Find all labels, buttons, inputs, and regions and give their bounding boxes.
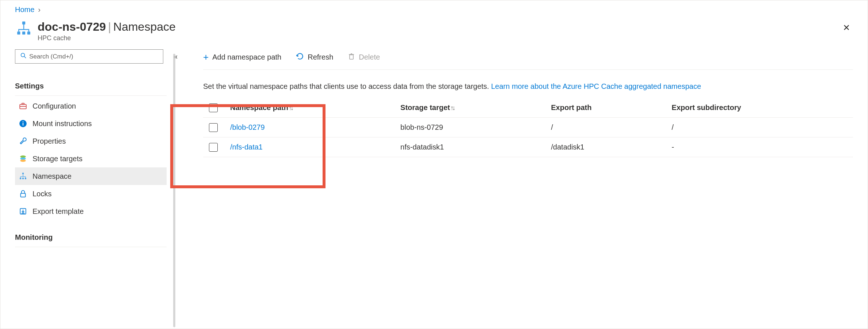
- add-namespace-path-button[interactable]: + Add namespace path: [203, 52, 281, 63]
- cell-export-subdir: -: [666, 137, 853, 157]
- lock-icon: [19, 189, 27, 198]
- namespace-resource-icon: [15, 20, 33, 37]
- row-checkbox[interactable]: [209, 123, 218, 132]
- refresh-icon: [296, 52, 304, 62]
- svg-rect-2: [22, 31, 25, 34]
- search-input[interactable]: Search (Cmd+/): [15, 49, 163, 64]
- sidebar-item-namespace[interactable]: Namespace: [15, 167, 167, 185]
- trash-icon: [348, 52, 355, 62]
- delete-button: Delete: [348, 52, 380, 62]
- refresh-button[interactable]: Refresh: [296, 52, 333, 62]
- sidebar-scrollbar[interactable]: [173, 54, 175, 327]
- svg-rect-18: [25, 178, 26, 179]
- cell-storage-target: nfs-datadisk1: [395, 137, 545, 157]
- svg-rect-1: [17, 31, 20, 34]
- col-namespace-path[interactable]: Namespace path: [224, 98, 395, 117]
- col-export-subdir[interactable]: Export subdirectory: [666, 98, 853, 117]
- export-icon: [19, 207, 27, 216]
- svg-point-14: [20, 160, 26, 162]
- info-icon: [19, 119, 27, 128]
- storage-disks-icon: [19, 154, 27, 163]
- svg-line-5: [24, 57, 26, 58]
- chevron-right-icon: ›: [38, 5, 41, 14]
- sidebar-item-locks[interactable]: Locks: [15, 185, 167, 203]
- sidebar-item-export-template[interactable]: Export template: [15, 203, 167, 220]
- briefcase-icon: [19, 102, 27, 110]
- svg-point-4: [21, 53, 25, 57]
- svg-rect-15: [22, 173, 24, 174]
- cell-export-path: /datadisk1: [545, 137, 666, 157]
- row-checkbox[interactable]: [209, 143, 218, 152]
- cell-export-path: /: [545, 118, 666, 137]
- svg-rect-3: [27, 31, 30, 34]
- svg-rect-17: [22, 178, 24, 179]
- plus-icon: +: [203, 52, 209, 63]
- wrench-icon: [19, 137, 27, 145]
- svg-rect-7: [22, 103, 24, 105]
- namespace-path-link[interactable]: /blob-0279: [230, 123, 265, 131]
- svg-rect-11: [23, 121, 23, 122]
- sidebar-item-mount-instructions[interactable]: Mount instructions: [15, 115, 167, 132]
- search-placeholder: Search (Cmd+/): [29, 53, 73, 60]
- table-row[interactable]: /nfs-data1 nfs-datadisk1 /datadisk1 -: [203, 137, 853, 157]
- svg-rect-22: [350, 55, 353, 59]
- namespace-icon: [19, 172, 27, 181]
- namespace-path-link[interactable]: /nfs-data1: [230, 143, 263, 151]
- breadcrumb: Home ›: [0, 0, 868, 17]
- sidebar-item-storage-targets[interactable]: Storage targets: [15, 150, 167, 167]
- svg-rect-19: [20, 193, 25, 197]
- col-export-path[interactable]: Export path: [545, 98, 666, 117]
- cell-storage-target: blob-ns-0729: [395, 118, 545, 137]
- namespace-table: Namespace path Storage target Export pat…: [203, 98, 853, 157]
- page-subtitle: HPC cache: [38, 34, 840, 42]
- description-text: Set the virtual namespace paths that cli…: [203, 82, 853, 91]
- table-row[interactable]: /blob-0279 blob-ns-0729 / /: [203, 118, 853, 137]
- nav-section-settings: Settings: [15, 78, 167, 96]
- learn-more-link[interactable]: Learn more about the Azure HPC Cache agg…: [491, 82, 701, 90]
- sidebar-item-configuration[interactable]: Configuration: [15, 97, 167, 115]
- col-storage-target[interactable]: Storage target: [395, 98, 545, 117]
- breadcrumb-home[interactable]: Home: [15, 5, 34, 14]
- cell-export-subdir: /: [666, 118, 853, 137]
- page-title: doc-ns-0729|Namespace: [38, 20, 840, 34]
- svg-rect-0: [22, 22, 25, 24]
- toolbar: + Add namespace path Refresh Delete: [203, 49, 853, 70]
- nav-section-monitoring: Monitoring: [15, 230, 167, 247]
- search-icon: [20, 53, 26, 60]
- close-button[interactable]: ✕: [840, 20, 853, 36]
- select-all-checkbox[interactable]: [209, 103, 218, 112]
- sidebar-item-properties[interactable]: Properties: [15, 132, 167, 150]
- svg-rect-16: [20, 178, 21, 179]
- svg-rect-10: [23, 123, 23, 126]
